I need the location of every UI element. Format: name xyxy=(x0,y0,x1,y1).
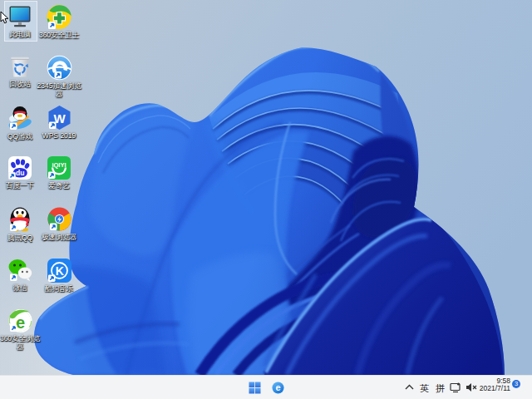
svg-text:e: e xyxy=(275,382,280,392)
svg-text:iQIYI: iQIYI xyxy=(52,161,66,169)
svg-text:K: K xyxy=(55,264,63,278)
svg-text:e: e xyxy=(15,313,24,332)
